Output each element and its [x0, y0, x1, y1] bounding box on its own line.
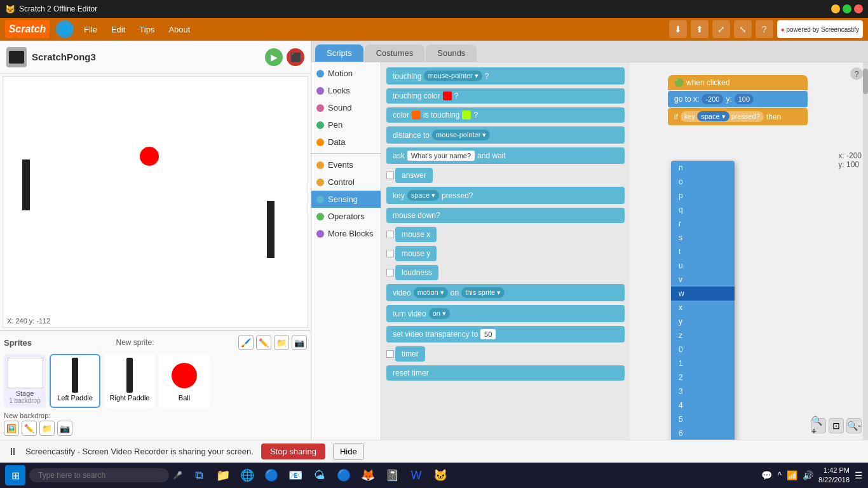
block-turn-video-input[interactable]: on ▾ [429, 308, 450, 319]
ws-event-block[interactable]: 🟢 when clicked [668, 75, 808, 90]
block-reset-timer[interactable]: reset timer [386, 365, 625, 381]
new-backdrop-upload-btn[interactable]: 📁 [39, 421, 55, 436]
tab-sounds[interactable]: Sounds [426, 44, 477, 62]
new-backdrop-draw-btn[interactable]: ✏️ [22, 421, 37, 436]
key-option-6[interactable]: 6 [671, 426, 735, 440]
block-mouse-y[interactable]: mouse y [395, 246, 437, 261]
camera-sprite-button[interactable]: 📷 [292, 335, 307, 350]
block-turn-video[interactable]: turn video on ▾ [386, 305, 625, 322]
key-option-o[interactable]: o [671, 175, 735, 189]
block-touching-color-sq[interactable] [443, 92, 452, 100]
taskbar-chrome[interactable]: 🔵 [334, 465, 354, 485]
fullscreen-icon[interactable]: ⤢ [712, 20, 730, 38]
taskbar-firefox[interactable]: 🦊 [358, 465, 378, 485]
block-video-motion[interactable]: video motion ▾ on this sprite ▾ [386, 284, 625, 301]
key-option-s[interactable]: s [671, 231, 735, 245]
block-touching[interactable]: touching mouse-pointer ▾ ? [386, 67, 625, 85]
zoom-in-button[interactable]: 🔍+ [811, 418, 826, 433]
block-video-motion-input[interactable]: motion ▾ [414, 287, 448, 298]
paint-sprite-button[interactable]: 🖌️ [238, 335, 254, 350]
taskbar-volume-icon[interactable]: 🔊 [803, 470, 813, 480]
close-button[interactable] [854, 4, 863, 13]
block-loudness[interactable]: loudness [395, 265, 438, 280]
taskbar-network-icon[interactable]: 📶 [787, 470, 797, 480]
ball-sprite-item[interactable]: Ball [159, 354, 210, 408]
cat-looks[interactable]: Looks [311, 82, 381, 99]
block-key-input[interactable]: space ▾ [407, 190, 439, 201]
block-mouse-x[interactable]: mouse x [395, 227, 437, 242]
zoom-out-button[interactable]: 🔍- [846, 418, 862, 433]
block-video-transparency-input[interactable]: 50 [480, 329, 496, 339]
globe-icon[interactable]: 🌐 [56, 20, 74, 38]
taskbar-files[interactable]: 📁 [213, 465, 233, 485]
block-key-pressed[interactable]: key space ▾ pressed? [386, 187, 625, 204]
block-color-sq1[interactable] [412, 111, 421, 119]
block-loudness-checkbox[interactable] [386, 269, 394, 276]
upload-sprite-button[interactable]: 📁 [274, 335, 289, 350]
taskbar-edge[interactable]: 🌐 [237, 465, 257, 485]
download-icon[interactable]: ⬇ [669, 20, 687, 38]
microphone-icon[interactable]: 🎤 [173, 471, 182, 480]
title-bar-controls[interactable] [831, 4, 863, 13]
hide-button[interactable]: Hide [333, 443, 364, 460]
key-option-u[interactable]: u [671, 259, 735, 273]
block-timer-checkbox[interactable] [386, 350, 394, 358]
taskbar-search[interactable] [29, 468, 169, 482]
block-video-sprite-input[interactable]: this sprite ▾ [461, 287, 505, 298]
ws-key-dropdown[interactable]: space ▾ [697, 111, 729, 121]
cat-pen[interactable]: Pen [311, 116, 381, 133]
key-option-x[interactable]: x [671, 301, 735, 315]
ws-goto-x-input[interactable]: -200 [702, 94, 723, 104]
right-paddle-sprite-item[interactable]: Right Paddle [104, 354, 155, 408]
cat-more-blocks[interactable]: More Blocks [311, 225, 381, 242]
block-ask[interactable]: ask What's your name? and wait [386, 147, 625, 164]
cat-data[interactable]: Data [311, 133, 381, 151]
scripts-area[interactable]: ? 🟢 when clicked go to x: -200 y: 100 [630, 62, 868, 440]
draw-sprite-button[interactable]: ✏️ [256, 335, 271, 350]
turbo-icon[interactable]: ⤡ [734, 20, 752, 38]
taskbar-word[interactable]: W [406, 465, 426, 485]
key-option-1[interactable]: 1 [671, 356, 735, 370]
scripts-scrollbar[interactable] [863, 62, 868, 440]
tab-costumes[interactable]: Costumes [365, 44, 425, 62]
left-paddle-sprite-item[interactable]: Left Paddle [50, 354, 100, 408]
key-option-y[interactable]: y [671, 315, 735, 329]
key-option-v[interactable]: v [671, 273, 735, 287]
block-answer[interactable]: answer [395, 168, 433, 183]
stage-backdrop-item[interactable]: Stage 1 backdrop [4, 354, 46, 408]
taskbar-action-center[interactable]: ☰ [855, 470, 863, 480]
new-backdrop-paint-btn[interactable]: 🖼️ [4, 421, 19, 436]
minimize-button[interactable] [831, 4, 840, 13]
taskbar-onenote[interactable]: 📓 [382, 465, 402, 485]
key-option-0[interactable]: 0 [671, 342, 735, 356]
key-option-w[interactable]: w [671, 287, 735, 301]
menu-about[interactable]: About [162, 22, 196, 37]
menu-edit[interactable]: Edit [105, 22, 132, 37]
cat-sensing[interactable]: Sensing [311, 191, 381, 208]
block-mouse-y-checkbox[interactable] [386, 250, 394, 257]
start-button[interactable]: ⊞ [5, 465, 25, 485]
stop-sharing-button[interactable]: Stop sharing [261, 444, 325, 459]
taskbar-ie[interactable]: 🔵 [261, 465, 281, 485]
scripts-scrollbar-thumb[interactable] [863, 69, 868, 94]
key-option-3[interactable]: 3 [671, 384, 735, 398]
key-option-r[interactable]: r [671, 217, 735, 231]
block-video-transparency[interactable]: set video transparency to 50 [386, 326, 625, 342]
key-option-2[interactable]: 2 [671, 370, 735, 384]
ws-goto-block[interactable]: go to x: -200 y: 100 [668, 91, 808, 107]
block-color-touching[interactable]: color is touching ? [386, 107, 625, 123]
upload-icon[interactable]: ⬆ [691, 20, 709, 38]
taskbar-chevron-icon[interactable]: ^ [777, 470, 782, 480]
key-option-t[interactable]: t [671, 245, 735, 259]
block-distance-to[interactable]: distance to mouse-pointer ▾ [386, 126, 625, 144]
taskbar-taskview[interactable]: ⧉ [189, 465, 209, 485]
menu-file[interactable]: File [78, 22, 104, 37]
block-answer-checkbox[interactable] [386, 172, 394, 179]
block-mouse-x-checkbox[interactable] [386, 231, 394, 238]
ws-if-block[interactable]: if key space ▾ pressed? then [668, 108, 808, 125]
taskbar-scratch[interactable]: 🐱 [430, 465, 451, 485]
green-flag-button[interactable]: ▶ [265, 48, 283, 66]
block-mouse-down[interactable]: mouse down? [386, 208, 625, 223]
key-option-4[interactable]: 4 [671, 398, 735, 412]
key-option-n[interactable]: n [671, 161, 735, 175]
